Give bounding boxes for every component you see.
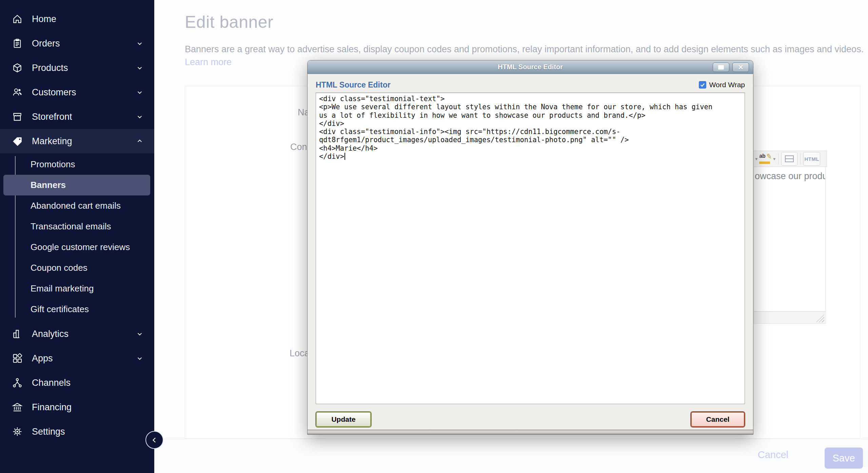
analytics-icon xyxy=(12,328,23,340)
apps-grid-icon xyxy=(12,353,23,364)
pen-icon: ✎ xyxy=(766,152,773,161)
page-title: Edit banner xyxy=(185,12,273,32)
sidebar-subitem-promotions[interactable]: Promotions xyxy=(0,154,154,175)
html-source-editor-dialog: HTML Source Editor ✕ HTML Source Editor … xyxy=(307,60,753,435)
customers-icon xyxy=(12,87,23,98)
sidebar-item-label: Products xyxy=(32,63,68,73)
sidebar-subitem-gift-certificates[interactable]: Gift certificates xyxy=(0,299,154,320)
sidebar-item-analytics[interactable]: Analytics xyxy=(0,322,154,346)
rule-glyph xyxy=(785,155,794,162)
resize-grip[interactable] xyxy=(816,314,824,322)
checkbox-checked-icon[interactable] xyxy=(699,81,706,89)
sidebar-item-label: Customers xyxy=(32,87,76,98)
dialog-heading: HTML Source Editor xyxy=(316,80,391,90)
word-wrap-label: Word Wrap xyxy=(709,81,745,89)
sidebar-item-customers[interactable]: Customers xyxy=(0,80,154,105)
update-button[interactable]: Update xyxy=(316,412,371,427)
dialog-cancel-button[interactable]: Cancel xyxy=(691,412,745,427)
close-button[interactable]: ✕ xyxy=(732,62,749,72)
sidebar-item-label: Analytics xyxy=(32,329,68,339)
chevron-up-icon xyxy=(135,137,144,146)
toolbar-separator xyxy=(800,153,801,164)
chevron-down-icon xyxy=(135,39,144,48)
canvas-text-fragment: owcase our products xyxy=(755,171,826,182)
subitem-label: Transactional emails xyxy=(31,221,111,232)
chevron-down-icon xyxy=(135,63,144,72)
sidebar-subitem-email-marketing[interactable]: Email marketing xyxy=(0,278,154,299)
sidebar-item-label: Home xyxy=(32,14,56,24)
html-source-button[interactable]: HTML xyxy=(803,152,820,166)
sidebar-item-label: Financing xyxy=(32,402,72,413)
subitem-label: Email marketing xyxy=(31,283,94,294)
channels-icon xyxy=(12,377,23,389)
sidebar-item-apps[interactable]: Apps xyxy=(0,346,154,371)
learn-more-link[interactable]: Learn more xyxy=(185,57,232,68)
subitem-label: Google customer reviews xyxy=(31,242,130,252)
sidebar-subitem-abandoned-cart-emails[interactable]: Abandoned cart emails xyxy=(0,195,154,216)
subitem-label: Abandoned cart emails xyxy=(31,201,121,211)
sidebar-item-label: Settings xyxy=(32,427,65,437)
chevron-left-icon xyxy=(150,436,159,444)
sidebar-item-marketing[interactable]: Marketing xyxy=(0,129,154,153)
sidebar-item-label: Storefront xyxy=(32,112,72,122)
page-cancel-button[interactable]: Cancel xyxy=(758,449,788,460)
sidebar-item-channels[interactable]: Channels xyxy=(0,371,154,395)
text-caret xyxy=(344,153,345,160)
chevron-down-icon xyxy=(135,329,144,338)
wysiwyg-toolbar-fragment: A ▾ ab ✎ ▾ HTML xyxy=(746,151,827,167)
highlight-color-icon[interactable]: ab ✎ xyxy=(759,153,771,165)
financing-bank-icon xyxy=(12,401,23,413)
chevron-down-icon[interactable]: ▾ xyxy=(755,156,757,162)
page-footer-bar: Cancel Save xyxy=(154,439,868,473)
toolbar-separator xyxy=(778,153,778,164)
sidebar-item-products[interactable]: Products xyxy=(0,56,154,80)
subitem-label: Gift certificates xyxy=(31,304,89,315)
maximize-button[interactable] xyxy=(713,62,729,72)
sidebar-item-storefront[interactable]: Storefront xyxy=(0,105,154,129)
word-wrap-toggle[interactable]: Word Wrap xyxy=(699,81,745,89)
page-save-button[interactable]: Save xyxy=(825,448,863,469)
storefront-icon xyxy=(12,111,23,122)
page-description: Banners are a great way to advertise sal… xyxy=(185,44,864,55)
highlight-color-bar xyxy=(759,162,770,164)
gear-icon xyxy=(12,426,23,437)
chevron-down-icon xyxy=(135,354,144,363)
dialog-header-row: HTML Source Editor Word Wrap xyxy=(316,79,745,90)
sidebar: Home Orders Products Customers xyxy=(0,0,154,473)
sidebar-item-orders[interactable]: Orders xyxy=(0,31,154,56)
sidebar-subitem-banners[interactable]: Banners xyxy=(3,175,150,195)
marketing-submenu: Promotions Banners Abandoned cart emails… xyxy=(0,153,154,320)
chevron-down-icon xyxy=(135,88,144,97)
sidebar-subitem-google-customer-reviews[interactable]: Google customer reviews xyxy=(0,237,154,258)
dialog-bottom-strip xyxy=(308,430,753,434)
subitem-label: Promotions xyxy=(31,159,75,170)
sidebar-subitem-transactional-emails[interactable]: Transactional emails xyxy=(0,216,154,237)
html-source-textarea[interactable]: <div class="testimonial-text"> <p>We use… xyxy=(316,93,745,404)
sidebar-collapse-button[interactable] xyxy=(145,431,163,449)
close-icon: ✕ xyxy=(738,64,744,71)
maximize-icon xyxy=(718,65,724,70)
sidebar-item-label: Marketing xyxy=(32,136,72,147)
home-icon xyxy=(12,13,23,25)
horizontal-rule-icon[interactable] xyxy=(781,152,797,166)
sidebar-subitem-coupon-codes[interactable]: Coupon codes xyxy=(0,258,154,278)
dialog-titlebar[interactable]: HTML Source Editor ✕ xyxy=(308,60,753,74)
subitem-label: Banners xyxy=(31,180,66,190)
highlight-icon-text: ab xyxy=(759,153,766,159)
wysiwyg-statusbar-fragment xyxy=(754,311,826,324)
wysiwyg-canvas-fragment[interactable]: owcase our products xyxy=(754,167,826,311)
sidebar-item-settings[interactable]: Settings xyxy=(0,419,154,444)
sidebar-item-label: Channels xyxy=(32,378,71,388)
dialog-window-title: HTML Source Editor xyxy=(498,63,563,71)
chevron-down-icon[interactable]: ▾ xyxy=(773,156,775,162)
source-code-text: <div class="testimonial-text"> <p>We use… xyxy=(319,95,712,160)
sidebar-item-label: Apps xyxy=(32,353,53,364)
sidebar-item-financing[interactable]: Financing xyxy=(0,395,154,419)
marketing-tag-icon xyxy=(12,135,23,147)
subitem-label: Coupon codes xyxy=(31,263,87,273)
sidebar-item-home[interactable]: Home xyxy=(0,7,154,31)
products-icon xyxy=(12,62,23,74)
chevron-down-icon xyxy=(135,112,144,121)
sidebar-item-label: Orders xyxy=(32,38,60,49)
orders-icon xyxy=(12,38,23,49)
